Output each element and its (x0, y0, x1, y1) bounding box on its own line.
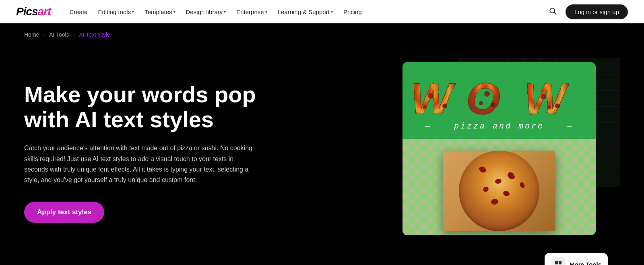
breadcrumb-separator: › (43, 31, 45, 38)
hero-section: Make your words pop with AI text styles … (0, 46, 644, 265)
svg-line-1 (554, 12, 556, 14)
pepperoni-4 (482, 186, 489, 193)
hero-description: Catch your audience's attention with tex… (24, 143, 258, 186)
nav-item-create[interactable]: Create (65, 6, 91, 18)
pepperoni-6 (491, 199, 499, 205)
pizza-box (443, 151, 555, 231)
wow-text-area: W O W — (402, 62, 596, 139)
grid-icon (554, 260, 563, 265)
svg-point-7 (428, 93, 433, 99)
nav-item-editing-tools[interactable]: Editing tools ▾ (94, 6, 138, 18)
svg-rect-16 (555, 261, 558, 264)
wow-svg: W O W (407, 72, 592, 120)
pepperoni-2 (495, 178, 502, 184)
nav-item-learning-support[interactable]: Learning & Support ▾ (274, 6, 337, 18)
nav-item-templates[interactable]: Templates ▾ (140, 6, 179, 18)
svg-rect-17 (559, 261, 561, 264)
chevron-down-icon: ▾ (173, 10, 175, 14)
breadcrumb-current: AI Text Style (79, 31, 110, 38)
search-button[interactable] (546, 4, 559, 19)
pizza-circle (459, 151, 539, 231)
pizza-card: W O W — (402, 62, 596, 235)
svg-point-9 (423, 105, 427, 109)
more-tools-icon (551, 257, 566, 265)
pepperoni-1 (478, 165, 487, 174)
pizza-subtitle: — pizza and more — (407, 122, 592, 131)
navbar-right: Log in or sign up (546, 4, 628, 19)
svg-point-12 (479, 101, 483, 105)
pepperoni-7 (519, 181, 526, 188)
breadcrumb-home[interactable]: Home (24, 31, 39, 38)
pepperoni-3 (506, 171, 516, 181)
svg-point-11 (491, 102, 495, 107)
svg-text:O: O (466, 74, 501, 120)
more-tools-button[interactable]: More Tools (545, 253, 608, 265)
chevron-down-icon: ▾ (224, 10, 226, 14)
breadcrumb: Home › AI Tools › AI Text Style (0, 23, 644, 46)
search-icon (549, 7, 557, 15)
breadcrumb-ai-tools[interactable]: AI Tools (49, 31, 69, 38)
svg-point-13 (541, 94, 546, 99)
nav-item-pricing[interactable]: Pricing (339, 6, 366, 18)
logo[interactable]: Picsart (16, 5, 51, 18)
wow-letters: W O W (407, 72, 592, 120)
nav-item-enterprise[interactable]: Enterprise ▾ (232, 6, 271, 18)
chevron-down-icon: ▾ (265, 10, 267, 14)
svg-text:W: W (524, 74, 569, 120)
nav-item-design-library[interactable]: Design library ▾ (182, 6, 230, 18)
svg-point-8 (442, 104, 447, 108)
more-tools-label: More Tools (570, 261, 601, 265)
breadcrumb-separator-2: › (73, 31, 75, 38)
pizza-image-area (402, 139, 596, 235)
hero-title: Make your words pop with AI text styles (24, 82, 258, 132)
svg-point-14 (555, 104, 560, 108)
chevron-down-icon: ▾ (132, 10, 134, 14)
hero-right: W O W — (306, 58, 620, 265)
pepperoni-5 (502, 190, 510, 197)
navbar: Picsart Create Editing tools ▾ Templates… (0, 0, 644, 23)
svg-point-15 (547, 105, 551, 109)
hero-left: Make your words pop with AI text styles … (24, 58, 306, 223)
svg-point-10 (484, 91, 490, 97)
nav-links: Create Editing tools ▾ Templates ▾ Desig… (65, 6, 546, 18)
apply-text-styles-button[interactable]: Apply text styles (24, 202, 104, 223)
chevron-down-icon: ▾ (331, 10, 333, 14)
login-button[interactable]: Log in or sign up (566, 4, 628, 19)
